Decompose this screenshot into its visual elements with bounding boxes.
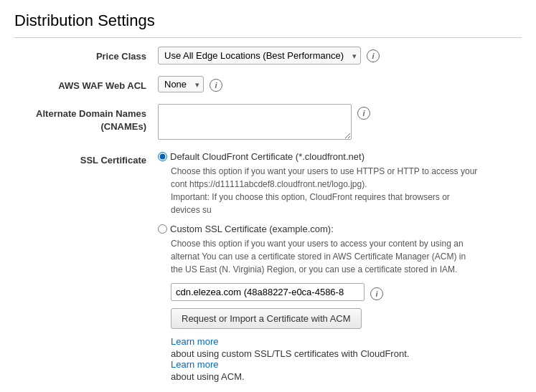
- cname-info-icon[interactable]: i: [357, 107, 370, 120]
- ssl-row: SSL Certificate Default CloudFront Certi…: [14, 151, 522, 388]
- waf-control: None i: [158, 76, 522, 92]
- page-title: Distribution Settings: [14, 11, 522, 38]
- ssl-default-desc: Choose this option if you want your user…: [171, 165, 479, 216]
- ssl-label: SSL Certificate: [14, 151, 158, 166]
- price-class-control: Use All Edge Locations (Best Performance…: [158, 47, 522, 64]
- ssl-custom-title: Custom SSL Certificate (example.com):: [170, 224, 334, 234]
- learn-more-acm-line: Learn more about using ACM.: [171, 359, 522, 382]
- ssl-custom-input-row: i: [171, 283, 522, 301]
- cname-label: Alternate Domain Names(CNAMEs): [14, 104, 158, 133]
- ssl-default-radio[interactable]: [158, 152, 167, 161]
- learn-more-ssl-line: Learn more about using custom SSL/TLS ce…: [171, 336, 522, 359]
- price-class-select-wrapper: Use All Edge Locations (Best Performance…: [158, 47, 361, 64]
- waf-select-wrapper: None: [158, 76, 204, 92]
- learn-more-ssl-link[interactable]: Learn more: [171, 336, 522, 347]
- learn-more-links: Learn more about using custom SSL/TLS ce…: [171, 336, 522, 382]
- form-section: Price Class Use All Edge Locations (Best…: [14, 47, 522, 388]
- ssl-custom-radio[interactable]: [158, 224, 167, 234]
- cname-row: Alternate Domain Names(CNAMEs) i: [14, 104, 522, 140]
- cname-control: i: [158, 104, 522, 140]
- ssl-domain-input[interactable]: [171, 283, 365, 301]
- request-cert-button[interactable]: Request or Import a Certificate with ACM: [171, 308, 362, 329]
- ssl-custom-header: Custom SSL Certificate (example.com):: [158, 224, 522, 234]
- waf-row: AWS WAF Web ACL None i: [14, 76, 522, 92]
- ssl-custom-desc: Choose this option if you want your user…: [171, 237, 479, 276]
- price-class-label: Price Class: [14, 47, 158, 63]
- cname-textarea[interactable]: [158, 104, 352, 140]
- ssl-domain-info-icon[interactable]: i: [370, 287, 383, 300]
- page-container: Distribution Settings Price Class Use Al…: [0, 0, 536, 392]
- ssl-default-title: Default CloudFront Certificate (*.cloudf…: [170, 151, 365, 162]
- price-class-select[interactable]: Use All Edge Locations (Best Performance…: [158, 47, 361, 64]
- learn-more-acm-suffix: about using ACM.: [171, 371, 245, 382]
- ssl-default-header: Default CloudFront Certificate (*.cloudf…: [158, 151, 522, 162]
- waf-label: AWS WAF Web ACL: [14, 76, 158, 92]
- ssl-default-option: Default CloudFront Certificate (*.cloudf…: [158, 151, 522, 216]
- learn-more-acm-link[interactable]: Learn more: [171, 359, 522, 370]
- waf-info-icon[interactable]: i: [210, 79, 222, 92]
- waf-select[interactable]: None: [158, 76, 204, 92]
- ssl-custom-option: Custom SSL Certificate (example.com): Ch…: [158, 224, 522, 382]
- ssl-options: Default CloudFront Certificate (*.cloudf…: [158, 151, 522, 388]
- price-class-row: Price Class Use All Edge Locations (Best…: [14, 47, 522, 64]
- learn-more-ssl-suffix: about using custom SSL/TLS certificates …: [171, 348, 409, 359]
- price-class-info-icon[interactable]: i: [367, 49, 380, 62]
